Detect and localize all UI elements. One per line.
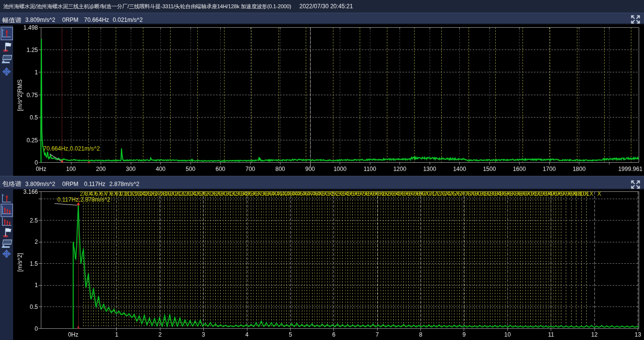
svg-text:0.117Hz,2.878m/s^2: 0.117Hz,2.878m/s^2 [57,196,110,203]
svg-text:1100: 1100 [364,166,376,172]
svg-text:11: 11 [548,331,554,338]
svg-text:900: 900 [305,166,315,172]
svg-text:7: 7 [376,331,379,338]
svg-text:1: 1 [115,331,119,338]
svg-text:1.5: 1.5 [30,260,38,267]
svg-text:X: X [597,190,601,197]
svg-text:1400: 1400 [453,166,466,172]
svg-text:8: 8 [419,331,422,338]
svg-text:1600: 1600 [513,166,526,172]
svg-text:1700: 1700 [543,166,556,172]
svg-text:5: 5 [289,331,292,338]
svg-text:[m/s^2]: [m/s^2] [17,253,23,272]
svg-text:0.5: 0.5 [30,114,38,121]
svg-text:1000: 1000 [333,166,347,172]
svg-text:1200: 1200 [393,166,406,172]
svg-text:1: 1 [35,282,38,289]
svg-text:500: 500 [186,166,195,172]
svg-text:70.664Hz,0.021m/s^2: 70.664Hz,0.021m/s^2 [43,145,100,152]
svg-text:0: 0 [35,325,38,332]
svg-text:4: 4 [245,331,249,338]
svg-text:0.5: 0.5 [30,304,38,310]
svg-text:0Hz: 0Hz [68,331,78,338]
svg-text:600: 600 [215,166,225,172]
svg-text:6: 6 [332,331,335,338]
svg-text:3.166: 3.166 [23,189,38,195]
svg-text:400: 400 [156,166,165,172]
svg-text:0.75: 0.75 [27,92,38,99]
svg-text:1.25: 1.25 [27,47,38,53]
svg-text:9: 9 [463,331,466,338]
svg-text:1500: 1500 [483,166,496,172]
svg-text:1300: 1300 [423,166,436,172]
svg-text:2: 2 [158,331,162,338]
svg-text:100: 100 [66,166,76,172]
svg-text:10: 10 [505,331,511,338]
svg-text:12: 12 [591,331,598,338]
svg-text:200: 200 [96,166,105,172]
svg-text:1999.961: 1999.961 [618,166,643,172]
svg-text:700: 700 [245,166,255,172]
svg-text:1: 1 [35,69,38,76]
svg-text:2: 2 [35,238,38,245]
svg-text:[m/s^2]RMS: [m/s^2]RMS [17,80,23,111]
svg-text:13: 13 [635,331,642,338]
svg-text:1800: 1800 [573,166,586,172]
svg-text:0Hz: 0Hz [36,166,46,172]
svg-text:800: 800 [275,166,285,172]
svg-text:1.498: 1.498 [23,25,38,31]
svg-text:2.5: 2.5 [30,217,38,224]
svg-text:0: 0 [35,159,38,166]
svg-text:300: 300 [126,166,136,172]
svg-text:0.25: 0.25 [27,137,38,144]
svg-text:101X: 101X [580,190,593,197]
svg-text:3: 3 [202,331,205,338]
